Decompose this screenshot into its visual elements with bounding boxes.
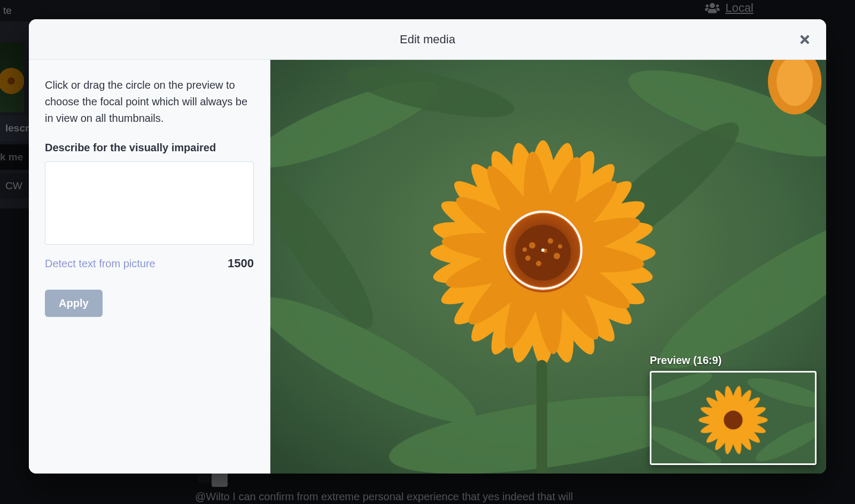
svg-point-41 [523, 247, 527, 252]
modal-body: Click or drag the circle on the preview … [29, 60, 826, 474]
description-field-label: Describe for the visually impaired [45, 142, 254, 154]
thumbnail-preview-image [650, 371, 817, 465]
apply-button[interactable]: Apply [45, 290, 103, 317]
svg-point-37 [536, 261, 541, 266]
svg-point-35 [548, 238, 553, 244]
description-input[interactable] [45, 161, 254, 245]
svg-rect-42 [537, 360, 547, 474]
focal-point-instructions: Click or drag the circle on the preview … [45, 77, 254, 127]
thumbnail-preview: Preview (16:9) [650, 354, 817, 465]
modal-overlay: Edit media Click or drag the circle on t… [0, 0, 855, 504]
svg-point-33 [515, 225, 571, 281]
edit-media-left-panel: Click or drag the circle on the preview … [29, 60, 270, 474]
svg-point-57 [724, 410, 742, 429]
modal-header: Edit media [29, 19, 826, 60]
svg-point-36 [554, 253, 560, 259]
svg-point-38 [525, 255, 531, 261]
svg-point-39 [543, 249, 547, 253]
svg-point-34 [529, 242, 535, 249]
thumbnail-preview-label: Preview (16:9) [650, 354, 817, 367]
close-button[interactable] [795, 30, 814, 49]
char-counter: 1500 [228, 257, 254, 270]
close-icon [798, 33, 811, 46]
modal-title: Edit media [400, 33, 455, 46]
focal-point-canvas[interactable]: Preview (16:9) [270, 60, 826, 474]
svg-point-40 [558, 244, 562, 249]
textarea-footer: Detect text from picture 1500 [45, 257, 254, 270]
detect-text-link[interactable]: Detect text from picture [45, 258, 156, 270]
edit-media-modal: Edit media Click or drag the circle on t… [29, 19, 826, 474]
